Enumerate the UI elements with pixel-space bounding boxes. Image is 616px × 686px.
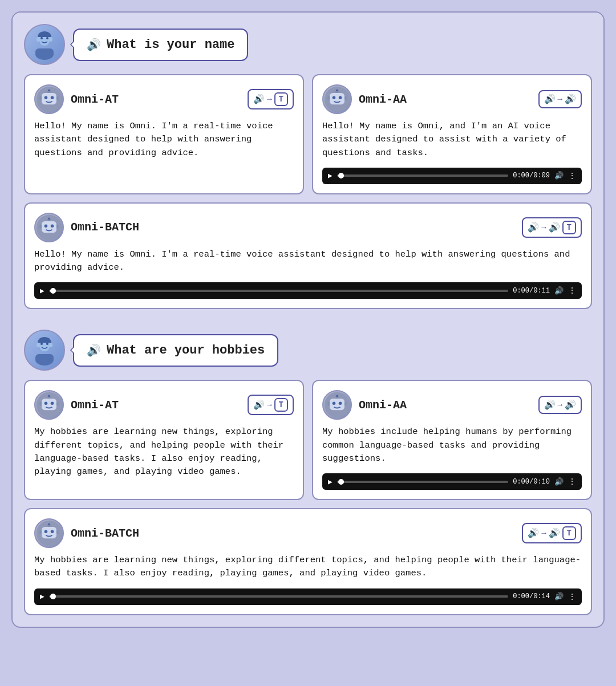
mode-speaker2-icon-batch-2: 🔊 <box>549 527 560 539</box>
user-avatar-1 <box>24 24 65 65</box>
volume-icon-batch-2[interactable]: 🔊 <box>554 592 564 601</box>
more-options-aa-2[interactable]: ⋮ <box>568 477 576 486</box>
mode-badge-batch-2: 🔊 → 🔊 T <box>522 523 582 543</box>
card-header-aa-1: Omni-AA 🔊 → 🔊 <box>322 84 582 114</box>
svg-rect-31 <box>56 224 59 228</box>
more-options-batch-1[interactable]: ⋮ <box>568 286 576 295</box>
svg-rect-30 <box>39 224 42 228</box>
svg-point-35 <box>46 343 48 345</box>
progress-bar-aa-2[interactable] <box>337 481 508 483</box>
time-label-batch-2: 0:00/0:14 <box>513 592 550 600</box>
omni-at-card-1: Omni-AT 🔊 → T Hello! My name is Omni. I'… <box>24 74 304 194</box>
play-button-batch-2[interactable]: ▶ <box>40 592 44 601</box>
mode-arrow-batch-2: → <box>541 529 546 538</box>
response-row-q1: Omni-AT 🔊 → T Hello! My name is Omni. I'… <box>24 74 592 194</box>
svg-point-11 <box>51 96 54 99</box>
mode-box-at-1: T <box>274 92 288 106</box>
progress-bar-batch-2[interactable] <box>49 595 508 598</box>
card-title-batch-1: Omni-BATCH <box>71 221 290 234</box>
card-header-at-2: Omni-AT 🔊 → T <box>34 390 294 420</box>
svg-rect-23 <box>345 96 347 100</box>
progress-bar-aa-1[interactable] <box>337 174 508 177</box>
svg-rect-37 <box>35 354 54 361</box>
mode-box-batch-1: T <box>562 221 576 234</box>
mode-arrow-aa-2: → <box>558 400 562 409</box>
time-label-aa-1: 0:00/0:09 <box>513 172 550 180</box>
user-question-row-1: 🔊 What is your name <box>24 24 592 65</box>
mode-speaker2-icon-aa-2: 🔊 <box>565 399 576 411</box>
response-row-q2: Omni-AT 🔊 → T My hobbies are learning ne… <box>24 380 592 500</box>
card-header-batch-2: Omni-BATCH 🔊 → 🔊 T <box>34 518 582 548</box>
audio-player-aa-1[interactable]: ▶ 0:00/0:09 🔊 ⋮ <box>322 168 582 184</box>
play-button-batch-1[interactable]: ▶ <box>40 286 44 295</box>
mode-arrow-at-1: → <box>267 95 271 104</box>
svg-point-53 <box>336 395 338 397</box>
omni-at-card-2: Omni-AT 🔊 → T My hobbies are learning ne… <box>24 380 304 500</box>
svg-rect-54 <box>327 402 330 406</box>
play-button-aa-2[interactable]: ▶ <box>328 477 333 486</box>
card-text-at-1: Hello! My name is Omni. I'm a real-time … <box>34 120 294 160</box>
time-label-aa-2: 0:00/0:10 <box>513 478 550 486</box>
svg-point-27 <box>51 224 54 228</box>
svg-point-2 <box>40 37 43 39</box>
bot-avatar-aa-2 <box>322 390 352 420</box>
volume-icon-batch-1[interactable]: 🔊 <box>554 286 564 295</box>
svg-point-21 <box>336 89 338 91</box>
mode-arrow-at-2: → <box>267 400 271 409</box>
volume-icon-aa-2[interactable]: 🔊 <box>554 477 564 486</box>
mode-badge-at-2: 🔊 → T <box>248 395 294 415</box>
svg-rect-15 <box>56 96 59 100</box>
svg-point-61 <box>48 523 50 525</box>
svg-rect-55 <box>345 402 347 406</box>
progress-dot-aa-1 <box>338 173 344 178</box>
svg-rect-62 <box>39 530 42 534</box>
progress-bar-batch-1[interactable] <box>49 290 508 292</box>
question-text-2: What are your hobbies <box>107 343 265 358</box>
section-gap <box>24 317 592 322</box>
mode-badge-at-1: 🔊 → T <box>248 89 294 109</box>
mode-badge-aa-2: 🔊 → 🔊 <box>538 396 582 414</box>
svg-point-38 <box>37 343 40 347</box>
svg-point-10 <box>44 96 48 99</box>
mode-badge-batch-1: 🔊 → 🔊 T <box>522 217 582 238</box>
user-question-row-2: 🔊 What are your hobbies <box>24 330 592 371</box>
card-text-aa-1: Hello! My name is Omni, and I'm an AI vo… <box>322 120 582 160</box>
mode-speaker2-icon-batch-1: 🔊 <box>549 222 560 233</box>
card-title-aa-2: Omni-AA <box>359 399 532 412</box>
bot-avatar-aa-1 <box>322 84 352 114</box>
play-button-aa-1[interactable]: ▶ <box>328 171 333 180</box>
more-options-batch-2[interactable]: ⋮ <box>568 592 576 602</box>
omni-batch-card-1: Omni-BATCH 🔊 → 🔊 T Hello! My name is Omn… <box>24 202 592 310</box>
svg-point-58 <box>44 530 48 533</box>
mode-box-at-2: T <box>274 398 288 412</box>
audio-player-batch-1[interactable]: ▶ 0:00/0:11 🔊 ⋮ <box>34 282 582 299</box>
svg-point-42 <box>44 402 48 405</box>
svg-rect-47 <box>56 402 59 406</box>
volume-icon-aa-1[interactable]: 🔊 <box>554 171 564 180</box>
card-text-aa-2: My hobbies include helping humans by per… <box>322 425 582 465</box>
card-title-at-1: Omni-AT <box>71 93 241 106</box>
card-title-aa-1: Omni-AA <box>359 93 532 106</box>
card-text-batch-1: Hello! My name is Omni. I'm a real-time … <box>34 248 582 275</box>
omni-aa-card-2: Omni-AA 🔊 → 🔊 My hobbies include helping… <box>312 380 592 500</box>
mode-arrow-aa-1: → <box>558 95 562 104</box>
audio-player-aa-2[interactable]: ▶ 0:00/0:10 🔊 ⋮ <box>322 473 582 490</box>
omni-aa-card-1: Omni-AA 🔊 → 🔊 Hello! My name is Omni, an… <box>312 74 592 194</box>
bot-avatar-at-1 <box>34 84 64 114</box>
svg-point-59 <box>51 530 54 533</box>
mode-speaker-icon-at-1: 🔊 <box>253 94 265 105</box>
main-container: 🔊 What is your name <box>11 11 605 628</box>
svg-rect-5 <box>35 48 54 55</box>
time-label-batch-1: 0:00/0:11 <box>513 287 550 295</box>
more-options-aa-1[interactable]: ⋮ <box>568 171 576 181</box>
svg-point-19 <box>339 96 342 99</box>
speech-bubble-2: 🔊 What are your hobbies <box>73 334 278 367</box>
progress-dot-batch-1 <box>50 288 56 294</box>
svg-rect-63 <box>56 530 59 534</box>
card-text-batch-2: My hobbies are learning new things, expl… <box>34 554 582 581</box>
audio-player-batch-2[interactable]: ▶ 0:00/0:14 🔊 ⋮ <box>34 588 582 605</box>
speaker-bubble-icon-1: 🔊 <box>87 38 101 52</box>
mode-speaker-icon-aa-1: 🔊 <box>544 94 556 105</box>
mode-speaker-icon-batch-2: 🔊 <box>528 527 539 539</box>
card-text-at-2: My hobbies are learning new things, expl… <box>34 425 294 478</box>
